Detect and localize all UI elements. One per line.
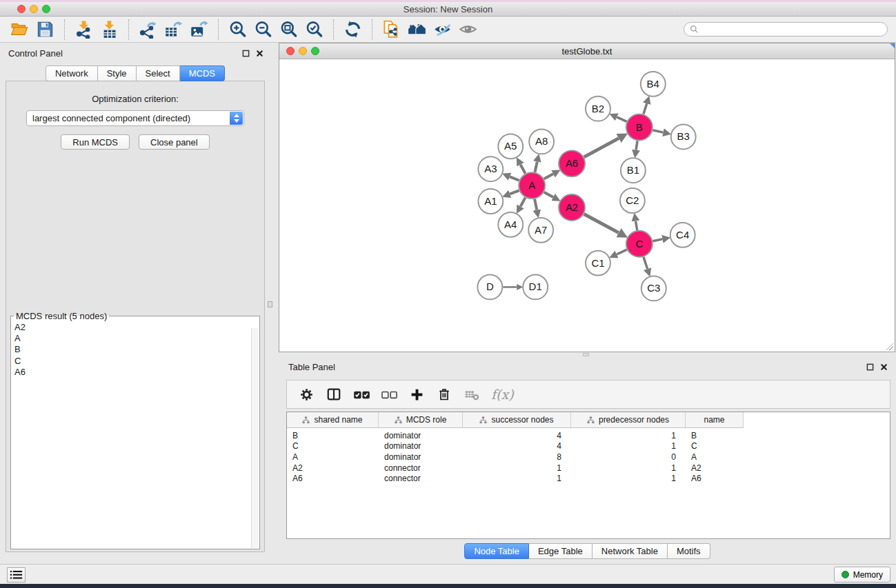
delete-table-button[interactable] [458, 382, 486, 407]
tab-select[interactable]: Select [137, 65, 180, 81]
delete-table-icon [464, 387, 479, 402]
open-folder-icon [10, 20, 29, 39]
svg-text:B: B [636, 121, 643, 133]
table-panel-title: Table Panel [288, 362, 335, 372]
gear-icon [299, 387, 314, 402]
column-header-name[interactable]: name [686, 412, 744, 427]
export-table-button[interactable] [162, 18, 185, 41]
home-button[interactable] [406, 18, 428, 41]
close-panel-button[interactable]: Close panel [139, 134, 210, 150]
table-row[interactable]: A6connector11A6 [287, 473, 890, 484]
column-header-successor-nodes[interactable]: successor nodes [463, 412, 571, 427]
list-icon [10, 569, 23, 580]
svg-text:C: C [635, 238, 643, 250]
memory-button[interactable]: Memory [834, 567, 890, 582]
table-body: Bdominator41BCdominator41CAdominator80AA… [287, 428, 890, 484]
table-row[interactable]: Cdominator41C [287, 441, 890, 452]
column-header-predecessor-nodes[interactable]: predecessor nodes [571, 412, 686, 427]
zoom-in-button[interactable] [226, 18, 249, 41]
zoom-window-button[interactable] [42, 5, 50, 13]
toolbar-separator [128, 19, 129, 40]
eye-slash-icon [433, 20, 452, 39]
traffic-lights [17, 5, 50, 13]
unselect-all-columns-button[interactable] [375, 382, 403, 407]
zoom-out-button[interactable] [252, 18, 275, 41]
table-row[interactable]: Bdominator41B [287, 430, 890, 441]
float-table-panel-icon[interactable] [866, 363, 874, 371]
table-cell: C [287, 441, 379, 451]
network-close-button[interactable] [286, 47, 295, 55]
column-header-shared-name[interactable]: shared name [287, 412, 379, 427]
import-table-button[interactable] [98, 18, 121, 41]
search-input[interactable] [702, 24, 882, 34]
tab-node-table[interactable]: Node Table [464, 543, 529, 559]
table-row[interactable]: A2connector11A2 [287, 463, 890, 474]
task-history-button[interactable] [7, 567, 26, 582]
optimization-label: Optimization criterion: [6, 94, 264, 104]
run-mcds-button[interactable]: Run MCDS [61, 134, 130, 150]
export-image-button[interactable] [188, 18, 210, 41]
zoom-in-icon [228, 20, 247, 39]
add-column-button[interactable] [403, 382, 430, 407]
criterion-select[interactable]: largest connected component (directed) [26, 110, 244, 126]
table-cell: A6 [287, 474, 379, 483]
svg-text:A7: A7 [535, 224, 547, 236]
network-minimize-button[interactable] [299, 47, 307, 55]
table-cell: 1 [571, 463, 686, 473]
export-table-icon [164, 20, 183, 39]
column-header-mcds-role[interactable]: MCDS role [379, 412, 463, 427]
result-scrollbar[interactable] [251, 328, 259, 548]
table-cell: 8 [463, 452, 571, 462]
memory-label: Memory [853, 570, 883, 580]
close-panel-icon[interactable] [256, 50, 263, 57]
mcds-result-item[interactable]: A [14, 333, 256, 344]
show-columns-button[interactable] [320, 382, 348, 407]
table-settings-button[interactable] [292, 382, 320, 407]
svg-text:C2: C2 [626, 194, 639, 206]
network-from-file-button[interactable] [380, 18, 403, 41]
eye-icon [459, 20, 477, 39]
svg-text:A3: A3 [484, 163, 497, 174]
close-window-button[interactable] [17, 5, 26, 13]
mcds-result-item[interactable]: C [14, 356, 256, 367]
tab-style[interactable]: Style [98, 65, 137, 81]
tab-mcds[interactable]: MCDS [180, 65, 225, 81]
float-panel-icon[interactable] [242, 50, 250, 57]
zoom-selected-button[interactable] [303, 18, 326, 41]
panel-divider-grip[interactable] [268, 301, 272, 307]
select-all-columns-button[interactable] [348, 382, 375, 407]
mcds-result-item[interactable]: A6 [14, 367, 256, 378]
delete-column-button[interactable] [430, 382, 458, 407]
tab-motifs[interactable]: Motifs [668, 543, 710, 559]
mcds-result-item[interactable]: A2 [14, 322, 256, 333]
open-session-button[interactable] [8, 18, 31, 41]
zoom-fit-button[interactable] [277, 18, 300, 41]
svg-text:B3: B3 [677, 130, 690, 142]
mcds-result-item[interactable]: B [14, 344, 256, 355]
tab-network-table[interactable]: Network Table [593, 543, 668, 559]
network-window-titlebar[interactable]: testGlobe.txt [279, 43, 895, 59]
export-network-button[interactable] [137, 18, 159, 41]
save-session-button[interactable] [34, 18, 57, 41]
close-table-panel-icon[interactable] [880, 363, 888, 371]
network-graph[interactable]: B4B2BB3A8A5A6A3B1AC2A1A2A4A7C4CC1C3DD1 [279, 60, 895, 352]
network-canvas[interactable]: B4B2BB3A8A5A6A3B1AC2A1A2A4A7C4CC1C3DD1 [279, 60, 895, 352]
table-row[interactable]: Adominator80A [287, 452, 890, 463]
mcds-result-box: MCDS result (5 nodes) A2ABCA6 [10, 311, 260, 549]
refresh-button[interactable] [341, 18, 364, 41]
network-traffic-lights [286, 47, 319, 55]
horizontal-divider-grip[interactable] [583, 353, 589, 356]
import-network-button[interactable] [72, 18, 95, 41]
tab-edge-table[interactable]: Edge Table [529, 543, 593, 559]
tab-network[interactable]: Network [46, 65, 98, 81]
show-details-button[interactable] [457, 18, 479, 41]
show-hide-details-button[interactable] [431, 18, 454, 41]
function-builder-button[interactable]: f(x) [491, 387, 514, 402]
table-cell: C [686, 441, 744, 451]
network-zoom-button[interactable] [311, 47, 319, 55]
svg-text:A5: A5 [504, 140, 517, 152]
svg-text:A: A [528, 179, 535, 191]
table-tabs: Node TableEdge TableNetwork TableMotifs [279, 543, 896, 559]
export-network-icon [139, 20, 157, 39]
minimize-window-button[interactable] [30, 5, 38, 13]
